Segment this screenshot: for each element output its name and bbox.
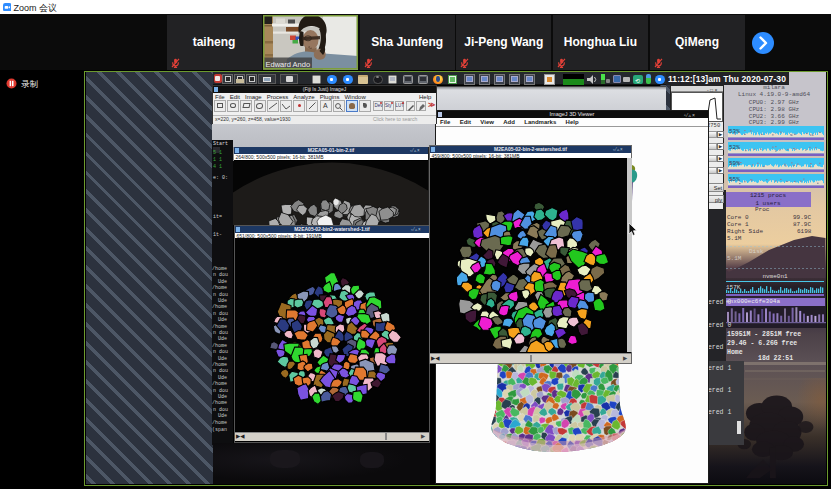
svg-text:53%: 53% xyxy=(729,128,740,135)
svg-text:55%: 55% xyxy=(729,176,740,183)
svg-text:59%: 59% xyxy=(729,160,740,167)
svg-text:52%: 52% xyxy=(729,144,740,151)
svg-text:Edward Ando: Edward Ando xyxy=(266,60,311,69)
